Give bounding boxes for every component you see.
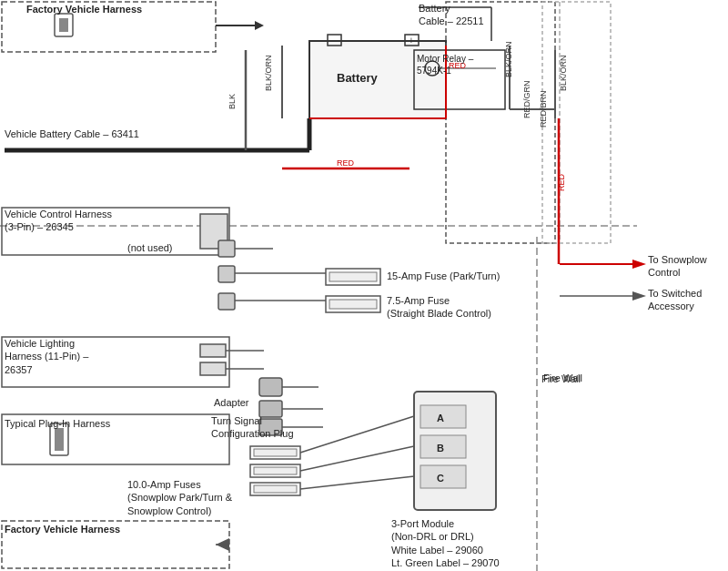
svg-rect-26 (329, 272, 377, 281)
factory-vehicle-harness-top-label: Factory Vehicle Harness (26, 3, 142, 15)
turn-signal-label: Turn SignalConfiguration Plug (211, 414, 294, 441)
battery-cable-label: BatteryCable – 22511 (419, 2, 484, 28)
factory-vehicle-harness-bottom-label: Factory Vehicle Harness (5, 523, 120, 535)
svg-text:RED/BRN: RED/BRN (539, 90, 548, 127)
fuses-10amp-label: 10.0-Amp Fuses(Snowplow Park/Turn &Snowp… (127, 478, 232, 517)
motor-relay-label: Motor Relay –5794K-1 (417, 53, 473, 76)
to-switched-accessory-label: To SwitchedAccessory (648, 287, 702, 313)
not-used-label: (not used) (127, 241, 173, 254)
svg-rect-40 (259, 378, 282, 396)
port-c-label: C (437, 472, 444, 484)
fuse-75amp-label: 7.5-Amp Fuse(Straight Blade Control) (387, 294, 491, 321)
svg-text:BLK: BLK (228, 94, 237, 109)
svg-text:+: + (409, 36, 414, 46)
to-snowplow-control-label: To SnowplowControl (648, 253, 707, 280)
svg-rect-51 (254, 449, 297, 456)
svg-rect-28 (329, 300, 377, 309)
port-b-label: B (437, 442, 444, 454)
svg-text:BLK/ORN: BLK/ORN (559, 55, 568, 91)
svg-rect-53 (254, 467, 297, 474)
vehicle-battery-cable-label: Vehicle Battery Cable – 63411 (5, 127, 139, 140)
typical-plugin-harness-label: Typical Plug-In Harness (5, 417, 110, 430)
svg-rect-61 (55, 428, 64, 451)
adapter-label: Adapter (214, 396, 249, 409)
svg-rect-36 (200, 344, 226, 357)
svg-rect-55 (254, 485, 297, 493)
vehicle-lighting-harness-label: Vehicle LightingHarness (11-Pin) –26357 (5, 337, 88, 376)
diagram-container: – + (0, 0, 728, 571)
battery-label: Battery (337, 71, 378, 87)
vehicle-control-harness-label: Vehicle Control Harness(3-Pin) – 26345 (5, 208, 112, 234)
svg-text:–: – (330, 36, 336, 46)
svg-text:BLK/ORN: BLK/ORN (504, 41, 513, 77)
svg-text:RED: RED (337, 158, 355, 168)
svg-rect-37 (200, 362, 226, 375)
three-port-module-label: 3-Port Module(Non-DRL or DRL)White Label… (391, 517, 500, 571)
fire-wall-label: Fire Wall (543, 372, 582, 384)
svg-rect-32 (218, 293, 235, 310)
svg-text:RED: RED (557, 173, 566, 191)
svg-text:RED/GRN: RED/GRN (522, 80, 531, 118)
fuse-15amp-label: 15-Amp Fuse (Park/Turn) (387, 270, 500, 282)
port-a-label: A (437, 412, 444, 424)
svg-rect-31 (218, 266, 235, 282)
svg-rect-33 (218, 240, 235, 257)
svg-rect-5 (59, 18, 68, 32)
svg-text:BLK/ORN: BLK/ORN (264, 55, 273, 91)
